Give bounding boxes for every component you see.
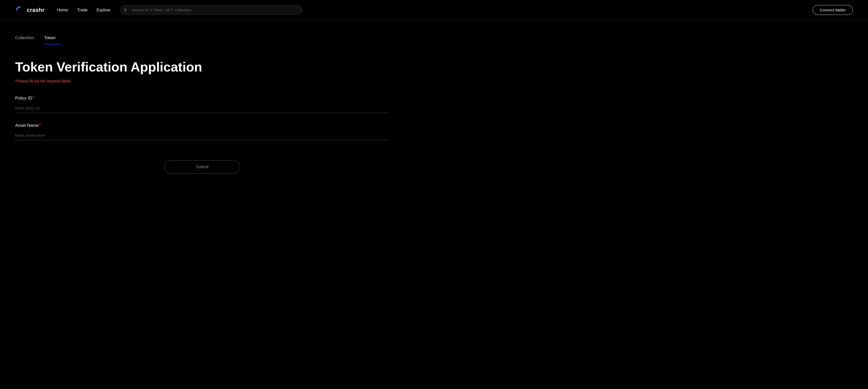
nav-home[interactable]: Home	[57, 8, 68, 12]
tab-collection[interactable]: Collection	[15, 33, 39, 44]
nav-explore[interactable]: Explore	[97, 8, 110, 12]
asset-name-label: Asset Name*	[15, 123, 389, 128]
tab-token[interactable]: Token	[44, 33, 61, 44]
form-section: Policy ID* Asset Name*	[15, 96, 389, 140]
search-input[interactable]	[120, 5, 302, 15]
policy-id-input[interactable]	[15, 104, 389, 113]
main-content: Collection Token Token Verification Appl…	[0, 20, 404, 186]
nav-links: Home Trade Explore	[57, 8, 110, 12]
page-title: Token Verification Application	[15, 60, 389, 75]
brand-name: crashr	[27, 7, 44, 13]
submit-button[interactable]: Submit	[164, 160, 240, 173]
logo-area: crashr	[15, 5, 44, 15]
search-icon: ⚲	[124, 7, 127, 12]
tabs: Collection Token	[15, 33, 389, 44]
logo-icon	[15, 5, 24, 15]
nav-trade[interactable]: Trade	[77, 8, 88, 12]
required-star-policy-id: *	[33, 96, 34, 100]
connect-wallet-button[interactable]: Connect Wallet	[813, 5, 853, 15]
navbar: crashr Home Trade Explore ⚲ Connect Wall…	[0, 0, 868, 20]
asset-name-input[interactable]	[15, 131, 389, 140]
required-notice: *Please fill out the required fields.	[15, 79, 389, 83]
required-star-asset-name: *	[39, 123, 41, 128]
search-bar: ⚲	[120, 5, 302, 15]
submit-section: Submit	[15, 160, 389, 173]
policy-id-label: Policy ID*	[15, 96, 389, 101]
form-group-policy-id: Policy ID*	[15, 96, 389, 113]
form-group-asset-name: Asset Name*	[15, 123, 389, 140]
